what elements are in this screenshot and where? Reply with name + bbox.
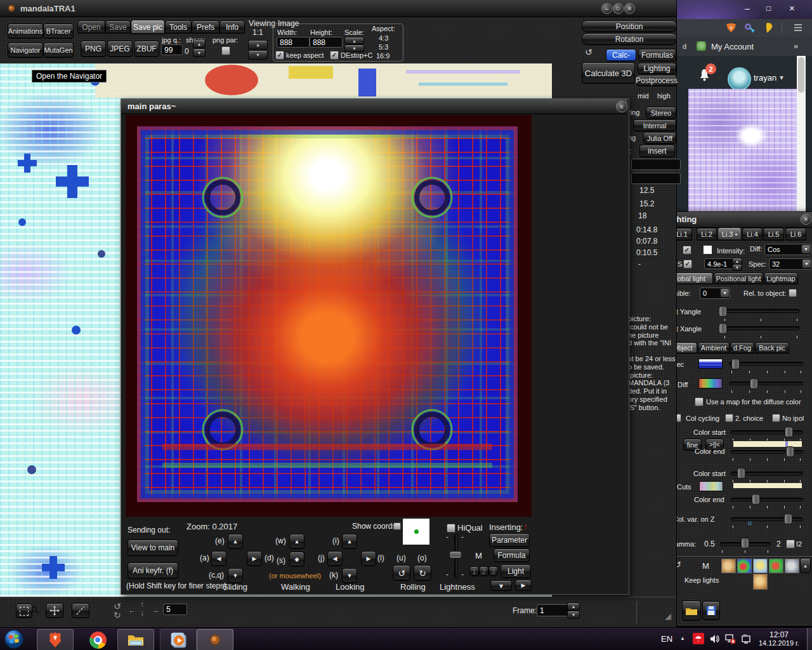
animations-button[interactable]: Animations <box>8 23 43 39</box>
rotate-cw-icon[interactable]: ↻ <box>114 610 121 620</box>
tab-lightmap[interactable]: Lightmap <box>764 272 798 284</box>
height-input[interactable]: 888 <box>310 37 343 48</box>
internal-button[interactable]: Internal <box>633 119 676 131</box>
main-paras-close-button[interactable]: × <box>616 101 627 112</box>
zoom-select-button[interactable] <box>16 604 32 618</box>
calc-button[interactable]: Calc- <box>606 49 636 62</box>
tab-back-pic[interactable]: Back pic <box>755 342 789 354</box>
look-down-button[interactable]: ▼ <box>342 568 357 583</box>
yangle-slider-track[interactable] <box>720 309 800 313</box>
minimize-button[interactable]: – <box>601 3 612 14</box>
cuts-gradient-swatch[interactable] <box>699 481 723 491</box>
calculate-3d-button[interactable]: Calculate 3D <box>582 62 635 84</box>
light-preset-thumb-3[interactable] <box>753 559 768 573</box>
bookmark-my-account[interactable]: My Account <box>711 42 754 51</box>
tab-li1[interactable]: Li.1 <box>676 228 692 241</box>
tab-tools[interactable]: Tools <box>165 20 192 34</box>
slide-down-button[interactable]: ▼ <box>228 568 243 583</box>
save-lights-button[interactable] <box>702 601 720 620</box>
tab-prefs[interactable]: Prefs <box>192 20 219 34</box>
julia-off-button[interactable]: Julia Off <box>643 132 676 144</box>
mandala-render[interactable] <box>137 126 518 502</box>
postprocess-button[interactable]: Postprocess <box>636 75 677 86</box>
network-error-tray-icon[interactable] <box>725 633 736 644</box>
color-start-handle-2[interactable] <box>737 468 745 479</box>
visible-caret[interactable]: ▾ <box>721 289 729 297</box>
palette-bar-2[interactable] <box>733 482 802 489</box>
tab-dfog[interactable]: d.Fog <box>730 342 754 354</box>
browser-minimize-button[interactable]: – <box>745 3 750 13</box>
spec-slider-handle[interactable] <box>731 359 740 369</box>
light-preset-thumb-5[interactable] <box>785 559 799 573</box>
bookmarks-overflow-chevrons[interactable]: » <box>794 41 798 51</box>
visible-select[interactable]: 0 ▾ <box>700 288 730 299</box>
metamask-icon[interactable] <box>726 23 737 33</box>
slide-up-button[interactable]: ▲ <box>228 534 243 549</box>
rotation-button[interactable]: Rotation <box>582 33 677 45</box>
key-icon[interactable] <box>745 23 756 33</box>
light-slot-3-button[interactable]: 3 <box>488 566 498 576</box>
tab-li5[interactable]: Li.5 <box>763 228 784 241</box>
language-indicator[interactable]: EN <box>661 634 672 644</box>
light-slot-2-button[interactable]: 2 <box>479 566 488 576</box>
look-up-button[interactable]: ▲ <box>342 534 357 549</box>
keep-lights-thumb[interactable] <box>753 574 768 590</box>
aspect-16-9[interactable]: 16:9 <box>376 52 390 60</box>
pngpar-checkbox[interactable] <box>221 46 230 55</box>
insert-parameter-button[interactable]: Parameter <box>489 533 530 547</box>
lightness-slider-handle[interactable] <box>449 551 462 559</box>
spec-power-caret[interactable]: ▾ <box>802 260 811 268</box>
zbuf-button[interactable]: ZBUF <box>134 41 159 57</box>
main-paras-titlebar[interactable]: main paras~ × <box>121 99 627 114</box>
hiqual-checkbox[interactable] <box>447 524 455 533</box>
insert-light-button[interactable]: Light <box>501 564 531 578</box>
slide-right-button[interactable]: ▶ <box>247 551 262 566</box>
spec-power-select[interactable]: 32 ▾ <box>769 258 812 270</box>
lighting-close-button[interactable]: × <box>801 214 811 225</box>
color-end-handle-1[interactable] <box>786 446 794 457</box>
tab-info[interactable]: Info <box>219 20 245 34</box>
destop-checkbox[interactable]: ✓ <box>330 51 339 60</box>
step-right-icon[interactable]: → <box>152 606 159 614</box>
page-fractal-thumbnail[interactable] <box>688 89 797 212</box>
taskbar-item-mb3d[interactable] <box>197 629 233 650</box>
light-color-swatch[interactable] <box>703 245 712 255</box>
walk-back-button[interactable]: ◆ <box>289 552 304 567</box>
color-start-handle-1[interactable] <box>785 427 793 437</box>
volume-tray-icon[interactable] <box>710 634 719 644</box>
formula-field-2[interactable] <box>631 173 681 184</box>
close-button[interactable]: × <box>624 3 635 14</box>
taskbar-item-chrome[interactable] <box>85 630 110 649</box>
quality-mid-label[interactable]: mid <box>638 92 649 100</box>
browser-close-button[interactable]: × <box>789 3 795 13</box>
scale-spin-up[interactable]: ▴ <box>344 37 364 44</box>
insert-formula-button[interactable]: Formula <box>494 548 530 562</box>
frame-spin-down[interactable]: ▾ <box>567 611 580 619</box>
maximize-button[interactable]: □ <box>613 3 624 14</box>
undo-icon[interactable]: ↺ <box>585 47 593 57</box>
col-var-handle[interactable] <box>784 514 792 524</box>
frame-spin-up[interactable]: ▴ <box>567 602 580 611</box>
tray-expand-icon[interactable]: ▲ <box>680 635 685 641</box>
panel-play-button[interactable]: ▶ <box>515 580 532 591</box>
walk-forward-button[interactable]: ▲ <box>289 534 304 549</box>
step-down-icon[interactable]: ↓ <box>140 609 144 618</box>
light-enabled-checkbox[interactable]: ✓ <box>683 246 691 255</box>
spec-slider-track[interactable] <box>729 362 803 366</box>
col-cycling-checkbox[interactable] <box>676 414 681 422</box>
diff-mode-select[interactable]: Cos ▾ <box>764 244 811 255</box>
tab-li6[interactable]: Li.6 <box>785 228 806 241</box>
user-avatar[interactable] <box>728 67 751 91</box>
formula-field-1[interactable] <box>631 159 681 170</box>
mb3d-titlebar[interactable]: mandalaTRA1 – □ × <box>0 0 676 17</box>
browser-maximize-button[interactable]: □ <box>766 4 771 13</box>
tab-li3[interactable]: Li.3 • <box>717 227 742 241</box>
viewing-spin-up[interactable]: ▴ <box>248 40 268 50</box>
lights-undo-icon[interactable]: ↺ <box>676 560 681 569</box>
jpeg-button[interactable]: JPEG <box>107 41 133 57</box>
roll-ccw-button[interactable]: ↺ <box>393 565 410 581</box>
aspect-5-3[interactable]: 5:3 <box>379 43 388 51</box>
tab-li2[interactable]: Li.2 <box>697 228 717 241</box>
load-lights-button[interactable] <box>682 600 701 621</box>
user-menu-caret[interactable]: ▾ <box>780 73 783 82</box>
